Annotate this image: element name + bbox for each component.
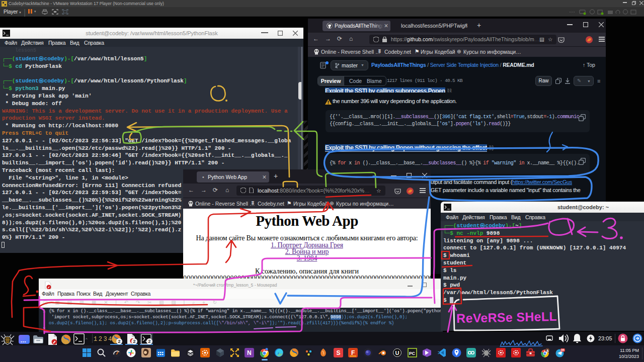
- svg-text:ReVeRSe SHeLL: ReVeRSe SHeLL: [456, 309, 557, 325]
